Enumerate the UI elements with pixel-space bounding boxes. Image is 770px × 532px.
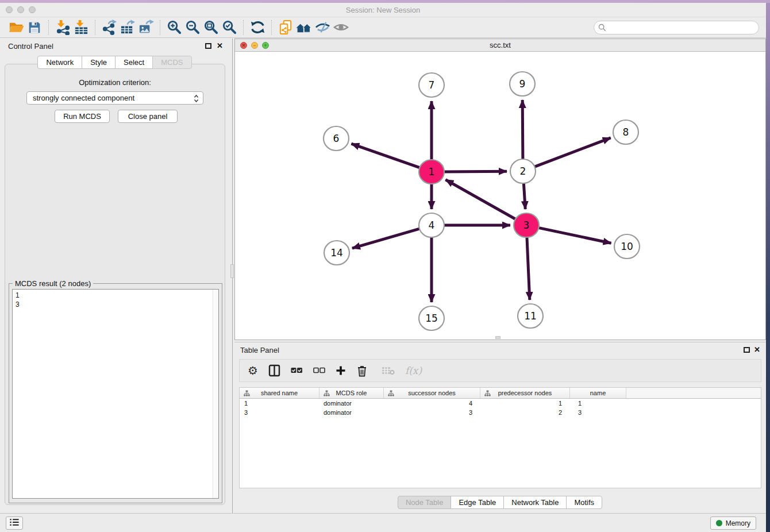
column-chooser-icon[interactable] [268,363,280,378]
close-panel-button[interactable]: Close panel [118,110,178,123]
edge-3-10[interactable] [538,228,611,243]
edge-4-14[interactable] [352,229,421,249]
zoom-selected-icon[interactable] [220,19,238,36]
node-11[interactable]: 11 [518,304,543,328]
column-header-MCDS-role[interactable]: MCDS role [319,388,384,398]
network-window-titlebar[interactable]: ✕ − + scc.txt [235,39,765,52]
column-label: successor nodes [408,390,456,396]
run-mcds-button[interactable]: Run MCDS [55,110,110,123]
svg-text:3: 3 [523,219,530,231]
table-panel-close-icon[interactable]: ✕ [754,346,760,353]
zoom-fit-icon[interactable] [202,19,220,36]
mcds-panel: Optimization criterion: strongly connect… [5,64,225,505]
node-4[interactable]: 4 [419,213,444,237]
clone-network-icon[interactable] [276,19,295,36]
node-9[interactable]: 9 [510,72,535,96]
edge-3-11[interactable] [527,237,530,300]
result-scrollbar[interactable] [213,290,218,498]
add-column-icon[interactable] [336,363,346,378]
select-all-columns-icon[interactable] [291,363,303,378]
table-cell[interactable]: 3 [384,408,480,417]
import-table-icon[interactable] [72,19,90,36]
save-session-icon[interactable] [25,19,44,36]
import-network-icon[interactable] [53,19,72,36]
table-cell[interactable]: 1 [570,399,626,408]
open-session-icon[interactable] [7,19,25,36]
edge-2-3[interactable] [523,183,525,209]
edge-2-9[interactable] [522,100,523,160]
toolbar-separator [271,20,272,35]
svg-text:1: 1 [429,166,435,178]
desktop-wallpaper-right [766,3,770,532]
table-cell[interactable]: 1 [480,399,570,408]
svg-text:8: 8 [623,126,629,138]
task-history-button[interactable] [6,516,23,530]
delete-table-icon[interactable] [382,363,395,378]
splitter-handle[interactable] [230,264,234,278]
table-options-icon[interactable]: ⚙ [248,363,258,378]
column-header-name[interactable]: name [570,388,626,398]
node-14[interactable]: 14 [324,241,349,265]
node-15[interactable]: 15 [419,306,444,330]
node-1[interactable]: 1 [419,160,444,184]
criterion-value: strongly connected component [33,94,134,102]
table-cell[interactable]: 2 [480,408,570,417]
node-6[interactable]: 6 [324,126,349,151]
zoom-out-icon[interactable] [183,19,202,36]
table-tab-motifs[interactable]: Motifs [566,496,602,509]
column-header-shared-name[interactable]: shared name [240,388,319,398]
table-tab-node-table[interactable]: Node Table [398,496,452,509]
table-tab-network-table[interactable]: Network Table [503,496,567,509]
export-network-icon[interactable] [100,19,118,36]
node-7[interactable]: 7 [419,73,444,97]
deselect-all-columns-icon[interactable] [313,363,325,378]
svg-text:4: 4 [429,219,435,231]
hide-selected-icon[interactable] [313,19,332,36]
zoom-in-icon[interactable] [165,19,183,36]
node-10[interactable]: 10 [614,234,640,259]
edge-2-8[interactable] [534,138,611,167]
export-image-icon[interactable] [137,19,155,36]
control-panel-float-icon[interactable] [205,43,211,49]
node-2[interactable]: 2 [510,159,536,183]
tab-style[interactable]: Style [82,56,116,69]
table-panel-float-icon[interactable] [744,347,750,353]
table-row[interactable]: 1dominator411 [240,399,761,408]
edge-1-6[interactable] [351,144,421,168]
control-panel-close-icon[interactable]: ✕ [217,42,223,49]
table-cell[interactable]: 1 [240,399,319,408]
column-header-successor-nodes[interactable]: successor nodes [384,388,480,398]
tab-mcds[interactable]: MCDS [152,56,191,69]
status-bar: Memory [0,513,766,532]
tab-select[interactable]: Select [115,56,153,69]
search-input[interactable] [594,21,759,34]
table-row[interactable]: 3dominator323 [240,408,761,417]
node-8[interactable]: 8 [613,120,638,144]
node-3[interactable]: 3 [514,213,539,237]
table-cell[interactable]: dominator [319,399,384,408]
table-panel-title: Table Panel [240,346,279,354]
vertical-splitter[interactable] [230,38,234,513]
table-cell[interactable]: 3 [570,408,626,417]
svg-text:7: 7 [429,79,435,91]
show-all-icon[interactable] [332,19,350,36]
criterion-dropdown[interactable]: strongly connected component [26,91,203,105]
delete-column-icon[interactable] [356,363,368,378]
table-cell[interactable]: dominator [319,408,384,417]
edge-3-1[interactable] [445,180,516,220]
mcds-result-text[interactable]: 1 3 [12,289,219,499]
node-table[interactable]: shared nameMCDS rolesuccessor nodesprede… [239,387,761,488]
export-table-icon[interactable] [118,19,137,36]
home-neighbors-icon[interactable] [295,19,313,36]
network-resize-handle[interactable] [495,336,500,339]
network-graph[interactable]: 7968124314101511 [235,52,765,340]
table-tab-edge-table[interactable]: Edge Table [451,496,504,509]
table-cell[interactable]: 4 [384,399,480,408]
memory-button[interactable]: Memory [710,516,756,530]
table-cell[interactable]: 3 [240,408,319,417]
function-builder-icon[interactable]: f(x) [405,363,422,378]
column-header-predecessor-nodes[interactable]: predecessor nodes [480,388,570,398]
apply-layout-icon[interactable] [248,19,267,36]
edge-1-2[interactable] [443,171,507,172]
tab-network[interactable]: Network [37,56,82,69]
